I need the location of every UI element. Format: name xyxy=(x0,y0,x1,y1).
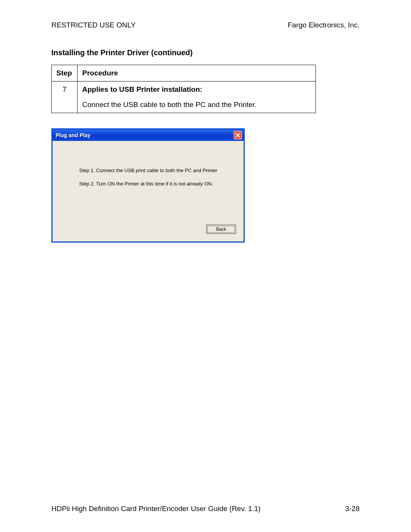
header-left: RESTRICTED USE ONLY xyxy=(51,21,135,29)
procedure-text: Connect the USB cable to both the PC and… xyxy=(82,101,256,109)
table-row: 7 Applies to USB Printer installation: C… xyxy=(52,81,316,113)
back-button[interactable]: Back xyxy=(206,225,236,234)
close-icon xyxy=(236,133,240,137)
header-right: Fargo Electronics, Inc. xyxy=(288,21,360,29)
page-header: RESTRICTED USE ONLY Fargo Electronics, I… xyxy=(51,21,360,29)
dialog-footer: Back xyxy=(53,225,244,241)
col-step: Step xyxy=(52,65,78,81)
dialog-body: Step 1. Connect the USB print cable to b… xyxy=(53,141,244,225)
footer-left: HDPii High Definition Card Printer/Encod… xyxy=(51,505,261,513)
plug-and-play-dialog: Plug and Play Step 1. Connect the USB pr… xyxy=(51,128,245,243)
page-footer: HDPii High Definition Card Printer/Encod… xyxy=(51,505,360,513)
dialog-titlebar: Plug and Play xyxy=(53,129,244,141)
dialog-step1: Step 1. Connect the USB print cable to b… xyxy=(79,168,232,173)
col-procedure: Procedure xyxy=(78,65,316,81)
procedure-bold: Applies to USB Printer installation: xyxy=(82,85,311,94)
dialog-title: Plug and Play xyxy=(56,132,91,138)
section-title: Installing the Printer Driver (continued… xyxy=(51,48,360,57)
procedure-cell: Applies to USB Printer installation: Con… xyxy=(78,81,316,113)
dialog-step2: Step 2. Turn ON the Printer at this time… xyxy=(79,181,232,187)
table-header-row: Step Procedure xyxy=(52,65,316,81)
close-button[interactable] xyxy=(234,131,242,139)
procedure-table: Step Procedure 7 Applies to USB Printer … xyxy=(51,65,316,113)
step-number: 7 xyxy=(52,81,78,113)
footer-right: 3-28 xyxy=(345,505,360,513)
